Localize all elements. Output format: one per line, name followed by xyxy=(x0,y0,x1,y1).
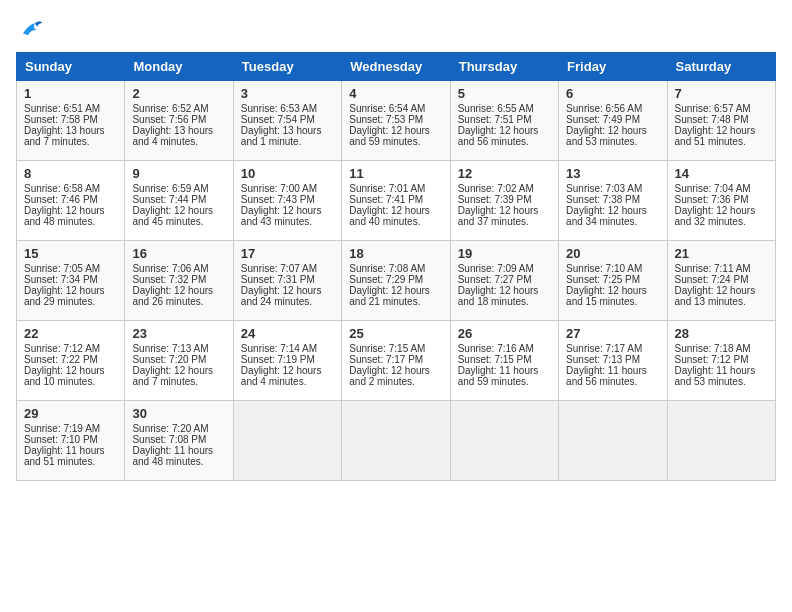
calendar-cell xyxy=(667,401,775,481)
day-number: 7 xyxy=(675,86,768,101)
day-info-line: Sunrise: 7:17 AM xyxy=(566,343,659,354)
day-number: 21 xyxy=(675,246,768,261)
day-info-line: Sunset: 7:17 PM xyxy=(349,354,442,365)
day-info-line: Sunset: 7:32 PM xyxy=(132,274,225,285)
day-info-line: and 7 minutes. xyxy=(24,136,117,147)
day-number: 19 xyxy=(458,246,551,261)
calendar-cell: 20Sunrise: 7:10 AMSunset: 7:25 PMDayligh… xyxy=(559,241,667,321)
day-info-line: Sunset: 7:10 PM xyxy=(24,434,117,445)
day-info-line: Sunrise: 7:01 AM xyxy=(349,183,442,194)
calendar-cell: 27Sunrise: 7:17 AMSunset: 7:13 PMDayligh… xyxy=(559,321,667,401)
day-number: 26 xyxy=(458,326,551,341)
calendar-cell: 11Sunrise: 7:01 AMSunset: 7:41 PMDayligh… xyxy=(342,161,450,241)
day-info-line: Sunset: 7:22 PM xyxy=(24,354,117,365)
day-info-line: Sunrise: 7:09 AM xyxy=(458,263,551,274)
day-info-line: Sunrise: 7:10 AM xyxy=(566,263,659,274)
day-info-line: Daylight: 13 hours xyxy=(132,125,225,136)
calendar-cell: 17Sunrise: 7:07 AMSunset: 7:31 PMDayligh… xyxy=(233,241,341,321)
day-number: 18 xyxy=(349,246,442,261)
day-info-line: Sunrise: 7:07 AM xyxy=(241,263,334,274)
day-info-line: Sunrise: 6:59 AM xyxy=(132,183,225,194)
day-number: 12 xyxy=(458,166,551,181)
day-info-line: Sunset: 7:15 PM xyxy=(458,354,551,365)
day-info-line: Daylight: 12 hours xyxy=(24,285,117,296)
day-info-line: Sunrise: 7:00 AM xyxy=(241,183,334,194)
day-info-line: and 13 minutes. xyxy=(675,296,768,307)
day-info-line: and 10 minutes. xyxy=(24,376,117,387)
day-info-line: Sunset: 7:19 PM xyxy=(241,354,334,365)
day-info-line: Sunset: 7:53 PM xyxy=(349,114,442,125)
day-info-line: Daylight: 12 hours xyxy=(349,125,442,136)
day-info-line: Daylight: 12 hours xyxy=(241,365,334,376)
calendar-cell: 2Sunrise: 6:52 AMSunset: 7:56 PMDaylight… xyxy=(125,81,233,161)
day-info-line: Sunrise: 6:51 AM xyxy=(24,103,117,114)
col-header-thursday: Thursday xyxy=(450,53,558,81)
calendar-cell: 4Sunrise: 6:54 AMSunset: 7:53 PMDaylight… xyxy=(342,81,450,161)
day-info-line: and 59 minutes. xyxy=(458,376,551,387)
calendar-week-5: 29Sunrise: 7:19 AMSunset: 7:10 PMDayligh… xyxy=(17,401,776,481)
day-info-line: and 59 minutes. xyxy=(349,136,442,147)
day-info-line: and 40 minutes. xyxy=(349,216,442,227)
day-info-line: Sunset: 7:27 PM xyxy=(458,274,551,285)
day-info-line: Sunset: 7:56 PM xyxy=(132,114,225,125)
day-info-line: Daylight: 12 hours xyxy=(241,285,334,296)
logo xyxy=(16,16,48,44)
day-info-line: Sunset: 7:25 PM xyxy=(566,274,659,285)
col-header-wednesday: Wednesday xyxy=(342,53,450,81)
day-number: 8 xyxy=(24,166,117,181)
calendar-cell: 24Sunrise: 7:14 AMSunset: 7:19 PMDayligh… xyxy=(233,321,341,401)
calendar-cell xyxy=(342,401,450,481)
day-info-line: and 24 minutes. xyxy=(241,296,334,307)
day-info-line: Sunset: 7:39 PM xyxy=(458,194,551,205)
day-info-line: Daylight: 11 hours xyxy=(566,365,659,376)
day-info-line: and 43 minutes. xyxy=(241,216,334,227)
calendar-cell xyxy=(450,401,558,481)
day-number: 20 xyxy=(566,246,659,261)
calendar-cell: 8Sunrise: 6:58 AMSunset: 7:46 PMDaylight… xyxy=(17,161,125,241)
day-info-line: and 32 minutes. xyxy=(675,216,768,227)
day-info-line: Sunrise: 7:02 AM xyxy=(458,183,551,194)
calendar-cell: 26Sunrise: 7:16 AMSunset: 7:15 PMDayligh… xyxy=(450,321,558,401)
day-number: 30 xyxy=(132,406,225,421)
calendar-week-4: 22Sunrise: 7:12 AMSunset: 7:22 PMDayligh… xyxy=(17,321,776,401)
day-info-line: Daylight: 12 hours xyxy=(241,205,334,216)
calendar-cell: 5Sunrise: 6:55 AMSunset: 7:51 PMDaylight… xyxy=(450,81,558,161)
day-info-line: Daylight: 13 hours xyxy=(241,125,334,136)
calendar-cell: 16Sunrise: 7:06 AMSunset: 7:32 PMDayligh… xyxy=(125,241,233,321)
page-header xyxy=(16,16,776,44)
col-header-monday: Monday xyxy=(125,53,233,81)
day-info-line: Sunset: 7:24 PM xyxy=(675,274,768,285)
day-info-line: and 4 minutes. xyxy=(241,376,334,387)
calendar-header: SundayMondayTuesdayWednesdayThursdayFrid… xyxy=(17,53,776,81)
calendar-cell: 12Sunrise: 7:02 AMSunset: 7:39 PMDayligh… xyxy=(450,161,558,241)
day-number: 28 xyxy=(675,326,768,341)
day-info-line: Daylight: 12 hours xyxy=(349,285,442,296)
day-number: 27 xyxy=(566,326,659,341)
day-number: 13 xyxy=(566,166,659,181)
day-number: 24 xyxy=(241,326,334,341)
calendar-cell: 7Sunrise: 6:57 AMSunset: 7:48 PMDaylight… xyxy=(667,81,775,161)
day-info-line: and 26 minutes. xyxy=(132,296,225,307)
day-info-line: and 21 minutes. xyxy=(349,296,442,307)
day-info-line: Sunrise: 7:11 AM xyxy=(675,263,768,274)
day-number: 22 xyxy=(24,326,117,341)
day-info-line: and 51 minutes. xyxy=(675,136,768,147)
day-info-line: Daylight: 12 hours xyxy=(132,365,225,376)
col-header-tuesday: Tuesday xyxy=(233,53,341,81)
day-info-line: Sunrise: 7:16 AM xyxy=(458,343,551,354)
day-info-line: Sunset: 7:29 PM xyxy=(349,274,442,285)
day-info-line: Sunset: 7:36 PM xyxy=(675,194,768,205)
day-info-line: and 2 minutes. xyxy=(349,376,442,387)
day-info-line: Daylight: 12 hours xyxy=(24,205,117,216)
day-info-line: Sunset: 7:34 PM xyxy=(24,274,117,285)
day-info-line: and 48 minutes. xyxy=(132,456,225,467)
day-info-line: Sunset: 7:58 PM xyxy=(24,114,117,125)
day-number: 17 xyxy=(241,246,334,261)
day-info-line: Daylight: 11 hours xyxy=(675,365,768,376)
day-info-line: Sunrise: 6:58 AM xyxy=(24,183,117,194)
logo-icon xyxy=(16,16,44,44)
day-info-line: Sunrise: 7:18 AM xyxy=(675,343,768,354)
day-info-line: Sunrise: 6:53 AM xyxy=(241,103,334,114)
day-number: 16 xyxy=(132,246,225,261)
day-info-line: Sunrise: 7:15 AM xyxy=(349,343,442,354)
